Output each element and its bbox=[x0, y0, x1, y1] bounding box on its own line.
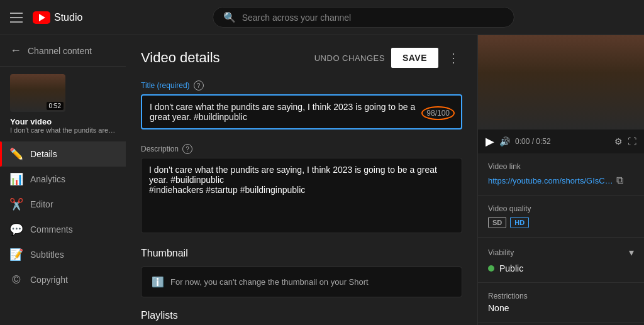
editor-label: Editor bbox=[30, 199, 53, 209]
video-thumbnail bbox=[478, 35, 644, 129]
channel-description: I don't care what the pundits are sayi..… bbox=[10, 126, 116, 134]
counter-circle: 98/100 bbox=[421, 106, 455, 120]
right-panel: ▶ 🔊 0:00 / 0:52 ⚙ ⛶ Video link https://y… bbox=[477, 35, 644, 325]
restrictions-label: Restrictions bbox=[488, 292, 634, 300]
topbar: Studio 🔍 bbox=[0, 0, 644, 35]
editor-icon: ✂️ bbox=[10, 198, 23, 211]
restrictions-section: Restrictions None bbox=[478, 283, 644, 322]
visibility-header: Viability ▾ bbox=[488, 246, 634, 258]
page-title: Video details bbox=[141, 50, 220, 66]
title-field-label: Title (required) ? bbox=[141, 80, 462, 91]
back-arrow-icon: ← bbox=[10, 44, 21, 57]
visibility-label: Viability bbox=[488, 248, 514, 257]
volume-button[interactable]: 🔊 bbox=[499, 136, 510, 146]
visibility-value: Public bbox=[488, 263, 634, 273]
youtube-logo: Studio bbox=[33, 11, 82, 24]
undo-changes-button[interactable]: UNDO CHANGES bbox=[314, 53, 385, 63]
page-header: Video details UNDO CHANGES SAVE ⋮ bbox=[141, 48, 462, 68]
thumbnail-title: Thumbnail bbox=[141, 248, 462, 259]
video-link-row: https://youtube.com/shorts/GIsCCvihU... … bbox=[488, 175, 634, 186]
analytics-icon: 📊 bbox=[10, 173, 23, 185]
title-input-wrap: 98/100 bbox=[141, 94, 462, 131]
settings-button[interactable]: ⚙ bbox=[614, 136, 623, 146]
subtitles-label: Subtitles bbox=[30, 250, 64, 260]
title-input[interactable] bbox=[141, 94, 462, 129]
search-icon: 🔍 bbox=[223, 11, 236, 23]
hd-badge[interactable]: HD bbox=[510, 217, 529, 228]
thumbnail-info-text: For now, you can't change the thumbnail … bbox=[170, 277, 369, 287]
thumbnail-section: Thumbnail ℹ️ For now, you can't change t… bbox=[141, 248, 462, 297]
sidebar-item-analytics[interactable]: 📊 Analytics bbox=[0, 167, 126, 192]
sidebar-navigation: ✏️ Details 📊 Analytics ✂️ Editor 💬 Comme… bbox=[0, 141, 126, 325]
restrictions-value: None bbox=[488, 303, 634, 313]
copyright-label: Copyright bbox=[30, 275, 68, 285]
video-duration: 0:52 bbox=[47, 102, 64, 110]
visibility-chevron-icon[interactable]: ▾ bbox=[629, 246, 634, 258]
main-panel: Video details UNDO CHANGES SAVE ⋮ Title … bbox=[126, 35, 477, 325]
description-field-group: Description ? bbox=[141, 144, 462, 235]
sd-badge[interactable]: SD bbox=[488, 217, 506, 228]
title-help-icon[interactable]: ? bbox=[194, 80, 204, 91]
details-label: Details bbox=[30, 149, 57, 159]
title-field-group: Title (required) ? 98/100 bbox=[141, 80, 462, 131]
video-link-section: Video link https://youtube.com/shorts/GI… bbox=[478, 153, 644, 196]
sidebar: ← Channel content 0:52 Your video I don'… bbox=[0, 35, 126, 325]
channel-name: Your video bbox=[10, 117, 116, 126]
video-controls: ▶ 🔊 0:00 / 0:52 ⚙ ⛶ bbox=[478, 129, 644, 153]
video-link-text[interactable]: https://youtube.com/shorts/GIsCCvihU... bbox=[488, 176, 614, 185]
description-input[interactable] bbox=[141, 158, 462, 233]
comments-label: Comments bbox=[30, 224, 73, 234]
visibility-status: Public bbox=[499, 263, 523, 273]
search-input-wrap: 🔍 bbox=[213, 7, 514, 28]
fullscreen-button[interactable]: ⛶ bbox=[628, 136, 636, 146]
public-dot-icon bbox=[488, 265, 494, 272]
studio-label: Studio bbox=[54, 12, 82, 23]
search-input[interactable] bbox=[242, 13, 504, 23]
sidebar-item-copyright[interactable]: © Copyright bbox=[0, 267, 126, 292]
save-button[interactable]: SAVE bbox=[391, 48, 438, 68]
quality-badges: SD HD bbox=[488, 217, 634, 228]
hamburger-menu[interactable] bbox=[10, 10, 25, 25]
sidebar-back-label: Channel content bbox=[28, 46, 92, 56]
info-icon: ℹ️ bbox=[152, 276, 164, 288]
sidebar-item-editor[interactable]: ✂️ Editor bbox=[0, 192, 126, 217]
main-layout: ← Channel content 0:52 Your video I don'… bbox=[0, 35, 644, 325]
title-label-text: Title (required) bbox=[141, 81, 190, 90]
video-link-label: Video link bbox=[488, 162, 634, 171]
sidebar-item-details[interactable]: ✏️ Details bbox=[0, 141, 126, 167]
play-button[interactable]: ▶ bbox=[486, 135, 494, 148]
topbar-left: Studio bbox=[10, 10, 82, 25]
title-counter: 98/100 bbox=[421, 106, 455, 120]
youtube-icon bbox=[33, 11, 50, 24]
playlists-title: Playlists bbox=[141, 310, 462, 321]
sidebar-item-comments[interactable]: 💬 Comments bbox=[0, 217, 126, 242]
desc-label-text: Description bbox=[141, 145, 179, 153]
channel-preview: 0:52 Your video I don't care what the pu… bbox=[0, 67, 126, 141]
comments-icon: 💬 bbox=[10, 223, 23, 236]
search-bar: 🔍 bbox=[213, 7, 514, 28]
sidebar-item-subtitles[interactable]: 📝 Subtitles bbox=[0, 242, 126, 267]
header-actions: UNDO CHANGES SAVE ⋮ bbox=[314, 48, 462, 68]
video-quality-section: Video quality SD HD bbox=[478, 196, 644, 238]
thumbnail-info-box: ℹ️ For now, you can't change the thumbna… bbox=[141, 267, 462, 297]
desc-field-label: Description ? bbox=[141, 144, 462, 154]
video-preview: ▶ 🔊 0:00 / 0:52 ⚙ ⛶ bbox=[478, 35, 644, 153]
playlists-section: Playlists Add your video to one or more … bbox=[141, 310, 462, 325]
visibility-section: Viability ▾ Public bbox=[478, 238, 644, 283]
channel-thumbnail: 0:52 bbox=[10, 74, 65, 112]
copy-link-button[interactable]: ⧉ bbox=[616, 175, 623, 186]
more-options-button[interactable]: ⋮ bbox=[445, 48, 462, 68]
video-person-image bbox=[478, 35, 644, 129]
subtitles-icon: 📝 bbox=[10, 248, 23, 261]
sidebar-back-button[interactable]: ← Channel content bbox=[0, 35, 126, 67]
desc-help-icon[interactable]: ? bbox=[182, 144, 192, 154]
copyright-icon: © bbox=[10, 273, 23, 286]
details-icon: ✏️ bbox=[10, 148, 23, 160]
video-quality-label: Video quality bbox=[488, 204, 634, 213]
analytics-label: Analytics bbox=[30, 174, 65, 184]
time-display: 0:00 / 0:52 bbox=[515, 137, 609, 146]
